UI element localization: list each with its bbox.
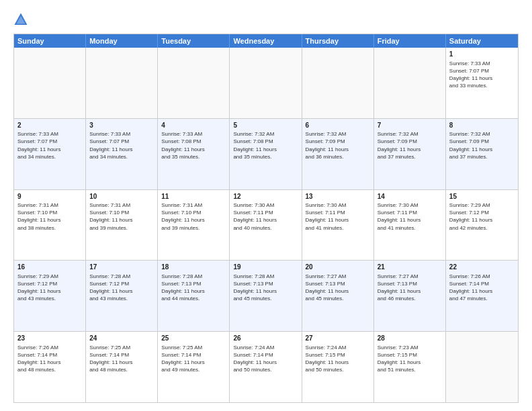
calendar-cell: 15Sunrise: 7:29 AM Sunset: 7:12 PM Dayli… <box>446 190 518 261</box>
day-number: 21 <box>378 263 442 272</box>
calendar: SundayMondayTuesdayWednesdayThursdayFrid… <box>13 34 519 403</box>
calendar-cell <box>302 48 374 118</box>
day-number: 5 <box>233 121 298 130</box>
calendar-header-cell: Sunday <box>14 34 86 48</box>
day-info: Sunrise: 7:33 AM Sunset: 7:07 PM Dayligh… <box>17 130 82 161</box>
calendar-cell: 20Sunrise: 7:27 AM Sunset: 7:13 PM Dayli… <box>302 261 374 331</box>
calendar-cell: 22Sunrise: 7:26 AM Sunset: 7:14 PM Dayli… <box>446 261 518 331</box>
calendar-cell: 8Sunrise: 7:32 AM Sunset: 7:09 PM Daylig… <box>446 119 518 189</box>
calendar-cell <box>446 332 518 402</box>
day-info: Sunrise: 7:29 AM Sunset: 7:12 PM Dayligh… <box>17 273 82 303</box>
day-info: Sunrise: 7:28 AM Sunset: 7:12 PM Dayligh… <box>89 273 154 303</box>
calendar-row: 1Sunrise: 7:33 AM Sunset: 7:07 PM Daylig… <box>14 48 518 119</box>
day-number: 20 <box>306 263 370 272</box>
calendar-header-cell: Wednesday <box>230 34 302 48</box>
calendar-cell: 28Sunrise: 7:23 AM Sunset: 7:15 PM Dayli… <box>374 332 446 402</box>
calendar-cell: 24Sunrise: 7:25 AM Sunset: 7:14 PM Dayli… <box>86 332 158 402</box>
day-info: Sunrise: 7:33 AM Sunset: 7:08 PM Dayligh… <box>161 130 226 161</box>
calendar-header: SundayMondayTuesdayWednesdayThursdayFrid… <box>14 34 518 48</box>
day-number: 17 <box>89 263 154 272</box>
calendar-row: 23Sunrise: 7:26 AM Sunset: 7:14 PM Dayli… <box>14 332 518 402</box>
calendar-row: 16Sunrise: 7:29 AM Sunset: 7:12 PM Dayli… <box>14 261 518 332</box>
day-info: Sunrise: 7:32 AM Sunset: 7:09 PM Dayligh… <box>306 130 370 161</box>
day-number: 16 <box>17 263 82 272</box>
day-number: 8 <box>449 121 515 130</box>
day-info: Sunrise: 7:33 AM Sunset: 7:07 PM Dayligh… <box>89 130 154 161</box>
calendar-cell: 25Sunrise: 7:25 AM Sunset: 7:14 PM Dayli… <box>158 332 230 402</box>
day-info: Sunrise: 7:31 AM Sunset: 7:10 PM Dayligh… <box>89 201 154 232</box>
calendar-cell: 3Sunrise: 7:33 AM Sunset: 7:07 PM Daylig… <box>86 119 158 189</box>
day-number: 22 <box>449 263 515 272</box>
calendar-cell: 26Sunrise: 7:24 AM Sunset: 7:14 PM Dayli… <box>230 332 302 402</box>
page: SundayMondayTuesdayWednesdayThursdayFrid… <box>0 0 532 411</box>
calendar-cell: 12Sunrise: 7:30 AM Sunset: 7:11 PM Dayli… <box>230 190 302 261</box>
day-info: Sunrise: 7:32 AM Sunset: 7:08 PM Dayligh… <box>233 130 298 161</box>
day-number: 10 <box>89 192 154 201</box>
day-number: 9 <box>17 192 82 201</box>
calendar-cell: 2Sunrise: 7:33 AM Sunset: 7:07 PM Daylig… <box>14 119 86 189</box>
day-info: Sunrise: 7:30 AM Sunset: 7:11 PM Dayligh… <box>306 201 370 232</box>
calendar-cell: 18Sunrise: 7:28 AM Sunset: 7:13 PM Dayli… <box>158 261 230 331</box>
day-number: 28 <box>378 334 442 343</box>
calendar-cell: 19Sunrise: 7:28 AM Sunset: 7:13 PM Dayli… <box>230 261 302 331</box>
day-info: Sunrise: 7:31 AM Sunset: 7:10 PM Dayligh… <box>161 201 226 232</box>
day-info: Sunrise: 7:26 AM Sunset: 7:14 PM Dayligh… <box>17 344 82 374</box>
calendar-cell: 6Sunrise: 7:32 AM Sunset: 7:09 PM Daylig… <box>302 119 374 189</box>
calendar-cell: 4Sunrise: 7:33 AM Sunset: 7:08 PM Daylig… <box>158 119 230 189</box>
calendar-cell: 10Sunrise: 7:31 AM Sunset: 7:10 PM Dayli… <box>86 190 158 261</box>
calendar-header-cell: Thursday <box>302 34 374 48</box>
day-number: 25 <box>161 334 226 343</box>
day-number: 1 <box>449 50 515 59</box>
calendar-cell <box>158 48 230 118</box>
day-number: 7 <box>378 121 442 130</box>
calendar-cell: 21Sunrise: 7:27 AM Sunset: 7:13 PM Dayli… <box>374 261 446 331</box>
day-info: Sunrise: 7:30 AM Sunset: 7:11 PM Dayligh… <box>233 201 298 232</box>
day-info: Sunrise: 7:25 AM Sunset: 7:14 PM Dayligh… <box>161 344 226 374</box>
day-number: 13 <box>306 192 370 201</box>
calendar-cell <box>374 48 446 118</box>
day-number: 12 <box>233 192 298 201</box>
day-info: Sunrise: 7:27 AM Sunset: 7:13 PM Dayligh… <box>378 273 442 303</box>
day-info: Sunrise: 7:32 AM Sunset: 7:09 PM Dayligh… <box>449 130 515 161</box>
day-number: 23 <box>17 334 82 343</box>
calendar-header-cell: Friday <box>374 34 446 48</box>
calendar-body: 1Sunrise: 7:33 AM Sunset: 7:07 PM Daylig… <box>14 48 518 402</box>
day-number: 14 <box>378 192 442 201</box>
day-info: Sunrise: 7:31 AM Sunset: 7:10 PM Dayligh… <box>17 201 82 232</box>
day-info: Sunrise: 7:30 AM Sunset: 7:11 PM Dayligh… <box>378 201 442 232</box>
day-number: 27 <box>306 334 370 343</box>
calendar-header-cell: Saturday <box>446 34 518 48</box>
calendar-cell: 11Sunrise: 7:31 AM Sunset: 7:10 PM Dayli… <box>158 190 230 261</box>
day-info: Sunrise: 7:28 AM Sunset: 7:13 PM Dayligh… <box>161 273 226 303</box>
calendar-header-cell: Monday <box>86 34 158 48</box>
calendar-cell <box>14 48 86 118</box>
day-info: Sunrise: 7:23 AM Sunset: 7:15 PM Dayligh… <box>378 344 442 374</box>
calendar-cell: 5Sunrise: 7:32 AM Sunset: 7:08 PM Daylig… <box>230 119 302 189</box>
calendar-cell: 13Sunrise: 7:30 AM Sunset: 7:11 PM Dayli… <box>302 190 374 261</box>
calendar-cell: 9Sunrise: 7:31 AM Sunset: 7:10 PM Daylig… <box>14 190 86 261</box>
calendar-cell: 16Sunrise: 7:29 AM Sunset: 7:12 PM Dayli… <box>14 261 86 331</box>
logo-icon <box>13 12 28 27</box>
day-number: 2 <box>17 121 82 130</box>
header <box>13 12 519 27</box>
day-number: 15 <box>449 192 515 201</box>
calendar-cell: 7Sunrise: 7:32 AM Sunset: 7:09 PM Daylig… <box>374 119 446 189</box>
calendar-cell: 23Sunrise: 7:26 AM Sunset: 7:14 PM Dayli… <box>14 332 86 402</box>
day-info: Sunrise: 7:24 AM Sunset: 7:15 PM Dayligh… <box>306 344 370 374</box>
day-number: 11 <box>161 192 226 201</box>
day-info: Sunrise: 7:24 AM Sunset: 7:14 PM Dayligh… <box>233 344 298 374</box>
logo <box>13 12 31 27</box>
day-info: Sunrise: 7:28 AM Sunset: 7:13 PM Dayligh… <box>233 273 298 303</box>
day-number: 4 <box>161 121 226 130</box>
calendar-cell <box>230 48 302 118</box>
calendar-row: 9Sunrise: 7:31 AM Sunset: 7:10 PM Daylig… <box>14 190 518 261</box>
day-number: 26 <box>233 334 298 343</box>
day-info: Sunrise: 7:27 AM Sunset: 7:13 PM Dayligh… <box>306 273 370 303</box>
day-info: Sunrise: 7:32 AM Sunset: 7:09 PM Dayligh… <box>378 130 442 161</box>
day-number: 3 <box>89 121 154 130</box>
day-number: 18 <box>161 263 226 272</box>
calendar-cell: 17Sunrise: 7:28 AM Sunset: 7:12 PM Dayli… <box>86 261 158 331</box>
calendar-cell <box>86 48 158 118</box>
day-number: 19 <box>233 263 298 272</box>
day-info: Sunrise: 7:25 AM Sunset: 7:14 PM Dayligh… <box>89 344 154 374</box>
